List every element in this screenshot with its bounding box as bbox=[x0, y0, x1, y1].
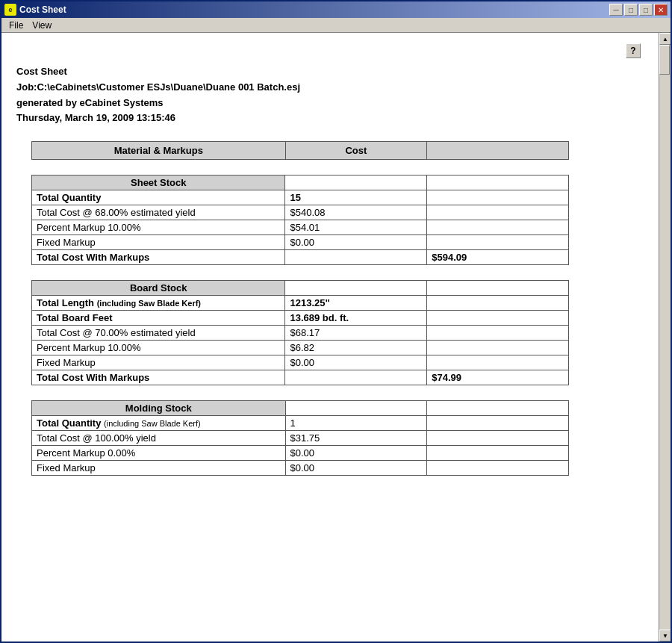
molding-stock-header-cost bbox=[427, 401, 569, 416]
header-material-markups: Material & Markups bbox=[32, 142, 286, 160]
header-line4: Thursday, March 19, 2009 13:15:46 bbox=[16, 111, 644, 126]
header-cost: Cost bbox=[285, 142, 427, 160]
sheet-row0-mid: 15 bbox=[285, 190, 427, 205]
table-row: Fixed Markup $0.00 bbox=[32, 355, 569, 370]
board-row0-mid: 1213.25" bbox=[285, 296, 427, 311]
sheet-row2-mid: $54.01 bbox=[285, 220, 427, 235]
table-row: Total Cost With Markups $74.99 bbox=[32, 370, 569, 385]
board-stock-header-mid bbox=[285, 281, 427, 296]
molding-stock-header-mid bbox=[285, 401, 427, 416]
main-content: ? Cost Sheet Job:C:\eCabinets\Customer E… bbox=[1, 33, 659, 642]
molding-row2-label: Percent Markup 0.00% bbox=[32, 446, 286, 461]
menu-view[interactable]: View bbox=[28, 19, 56, 31]
sheet-row3-cost bbox=[427, 235, 569, 250]
board-row1-cost bbox=[427, 311, 569, 326]
sheet-row2-label: Percent Markup 10.00% bbox=[32, 220, 285, 235]
molding-stock-table: Molding Stock Total Quantity (including … bbox=[31, 400, 569, 476]
board-row1-label: Total Board Feet bbox=[32, 311, 285, 326]
sheet-row1-label: Total Cost @ 68.00% estimated yield bbox=[32, 205, 285, 220]
table-row: Total Length (including Saw Blade Kerf) … bbox=[32, 296, 569, 311]
window-controls: ─ □ □ ✕ bbox=[609, 4, 668, 16]
table-row: Total Cost @ 68.00% estimated yield $540… bbox=[32, 205, 569, 220]
board-stock-header: Board Stock bbox=[32, 281, 285, 296]
table-row: Total Cost @ 100.00% yield $31.75 bbox=[32, 431, 569, 446]
scroll-track[interactable] bbox=[659, 45, 671, 630]
board-row4-cost bbox=[427, 355, 569, 370]
scroll-up-button[interactable]: ▲ bbox=[659, 33, 671, 45]
header-col3 bbox=[427, 142, 569, 160]
board-stock-header-cost bbox=[427, 281, 569, 296]
table-row: Total Quantity (including Saw Blade Kerf… bbox=[32, 416, 569, 431]
table-row: Total Quantity 15 bbox=[32, 190, 569, 205]
board-stock-table: Board Stock Total Length (including Saw … bbox=[31, 280, 569, 385]
sheet-row1-mid: $540.08 bbox=[285, 205, 427, 220]
minimize-button[interactable]: ─ bbox=[609, 4, 623, 16]
content-area: ? Cost Sheet Job:C:\eCabinets\Customer E… bbox=[1, 33, 671, 642]
molding-row1-cost bbox=[427, 431, 569, 446]
sheet-row4-mid bbox=[285, 250, 427, 265]
board-row5-cost: $74.99 bbox=[427, 370, 569, 385]
table-row: Percent Markup 0.00% $0.00 bbox=[32, 446, 569, 461]
table-row: Percent Markup 10.00% $54.01 bbox=[32, 220, 569, 235]
header-info: Cost Sheet Job:C:\eCabinets\Customer ESJ… bbox=[16, 64, 644, 126]
sheet-row1-cost bbox=[427, 205, 569, 220]
table-row: Total Cost With Markups $594.09 bbox=[32, 250, 569, 265]
header-line1: Cost Sheet bbox=[16, 64, 644, 80]
scroll-thumb[interactable] bbox=[659, 45, 670, 75]
sheet-stock-table: Sheet Stock Total Quantity 15 Total Cost… bbox=[31, 175, 569, 265]
board-row4-label: Fixed Markup bbox=[32, 355, 285, 370]
molding-stock-header: Molding Stock bbox=[32, 401, 286, 416]
scroll-down-button[interactable]: ▼ bbox=[659, 630, 671, 642]
app-icon: e bbox=[4, 4, 16, 16]
window-title: Cost Sheet bbox=[19, 4, 609, 15]
sheet-stock-header-cost bbox=[427, 175, 569, 190]
sheet-row4-cost: $594.09 bbox=[427, 250, 569, 265]
board-row5-label: Total Cost With Markups bbox=[32, 370, 285, 385]
sheet-stock-header-mid bbox=[285, 175, 427, 190]
molding-row0-label: Total Quantity (including Saw Blade Kerf… bbox=[32, 416, 286, 431]
main-header-table: Material & Markups Cost bbox=[31, 141, 569, 160]
scrollbar: ▲ ▼ bbox=[659, 33, 671, 642]
maximize-button[interactable]: □ bbox=[639, 4, 653, 16]
main-window: e Cost Sheet ─ □ □ ✕ File View ? Cost Sh… bbox=[0, 0, 672, 643]
sheet-stock-header: Sheet Stock bbox=[32, 175, 285, 190]
sheet-row0-cost bbox=[427, 190, 569, 205]
table-row: Total Cost @ 70.00% estimated yield $68.… bbox=[32, 326, 569, 341]
board-row2-cost bbox=[427, 326, 569, 341]
molding-row0-mid: 1 bbox=[285, 416, 427, 431]
header-line3: generated by eCabinet Systems bbox=[16, 96, 644, 111]
molding-row1-mid: $31.75 bbox=[285, 431, 427, 446]
molding-row2-cost bbox=[427, 446, 569, 461]
help-button[interactable]: ? bbox=[626, 43, 641, 58]
restore-button[interactable]: □ bbox=[624, 4, 638, 16]
board-row2-label: Total Cost @ 70.00% estimated yield bbox=[32, 326, 285, 341]
header-line2: Job:C:\eCabinets\Customer ESJs\Duane\Dua… bbox=[16, 80, 644, 96]
table-row: Total Board Feet 13.689 bd. ft. bbox=[32, 311, 569, 326]
board-row4-mid: $0.00 bbox=[285, 355, 427, 370]
molding-row0-cost bbox=[427, 416, 569, 431]
close-button[interactable]: ✕ bbox=[654, 4, 668, 16]
board-row0-cost bbox=[427, 296, 569, 311]
board-row3-cost bbox=[427, 341, 569, 355]
sheet-row3-mid: $0.00 bbox=[285, 235, 427, 250]
sheet-row2-cost bbox=[427, 220, 569, 235]
board-row1-mid: 13.689 bd. ft. bbox=[285, 311, 427, 326]
board-row0-label: Total Length (including Saw Blade Kerf) bbox=[32, 296, 285, 311]
table-row: Percent Markup 10.00% $6.82 bbox=[32, 341, 569, 355]
sheet-row0-label: Total Quantity bbox=[32, 190, 285, 205]
molding-row2-mid: $0.00 bbox=[285, 446, 427, 461]
board-row3-label: Percent Markup 10.00% bbox=[32, 341, 285, 355]
sheet-row3-label: Fixed Markup bbox=[32, 235, 285, 250]
board-row2-mid: $68.17 bbox=[285, 326, 427, 341]
help-area: ? bbox=[16, 40, 644, 61]
molding-row3-cost bbox=[427, 461, 569, 476]
board-row3-mid: $6.82 bbox=[285, 341, 427, 355]
menu-bar: File View bbox=[1, 18, 671, 33]
menu-file[interactable]: File bbox=[4, 19, 28, 31]
molding-row3-label: Fixed Markup bbox=[32, 461, 286, 476]
molding-row1-label: Total Cost @ 100.00% yield bbox=[32, 431, 286, 446]
board-row5-mid bbox=[285, 370, 427, 385]
sheet-row4-label: Total Cost With Markups bbox=[32, 250, 285, 265]
title-bar: e Cost Sheet ─ □ □ ✕ bbox=[1, 1, 671, 18]
molding-row3-mid: $0.00 bbox=[285, 461, 427, 476]
